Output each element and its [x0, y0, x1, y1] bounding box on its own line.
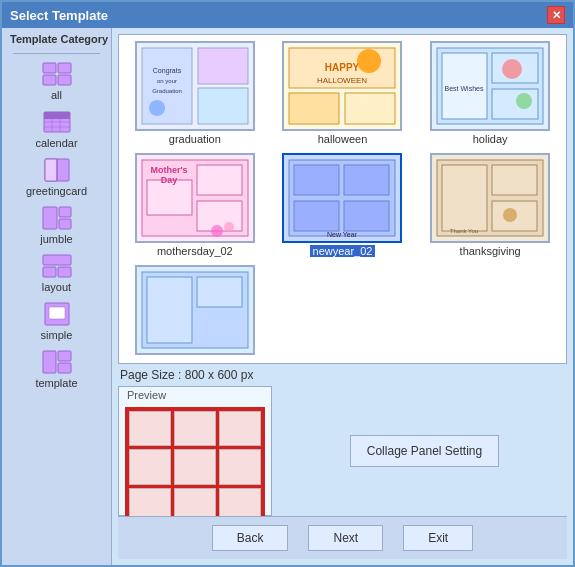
holiday-preview: Best Wishes	[432, 43, 548, 129]
sidebar-item-all[interactable]: all	[2, 57, 111, 105]
svg-rect-65	[442, 165, 487, 231]
template-name-halloween: halloween	[318, 133, 368, 145]
template-item-newyear[interactable]: New Year newyear_02	[271, 151, 415, 259]
svg-point-45	[502, 59, 522, 79]
svg-rect-66	[492, 165, 537, 195]
svg-text:Best Wishes: Best Wishes	[445, 85, 484, 92]
svg-text:HAPPY: HAPPY	[325, 62, 360, 73]
svg-point-55	[224, 222, 234, 232]
template-name-newyear: newyear_02	[310, 245, 376, 257]
preview-photo-slot-1	[129, 411, 171, 446]
template-name-graduation: graduation	[169, 133, 221, 145]
newyear-preview: New Year	[284, 155, 400, 241]
svg-rect-23	[58, 363, 71, 373]
template-item-graduation[interactable]: Congrats on your Graduation graduation	[123, 39, 267, 147]
template-name-holiday: holiday	[473, 133, 508, 145]
template-icon	[41, 349, 73, 375]
template-thumb-partial	[135, 265, 255, 355]
preview-image-area	[125, 407, 265, 516]
template-item-thanksgiving[interactable]: Thank You thanksgiving	[418, 151, 562, 259]
right-section: Collage Panel Setting	[282, 386, 567, 516]
svg-point-54	[211, 225, 223, 237]
all-icon	[41, 61, 73, 87]
preview-photo-grid	[125, 407, 265, 516]
template-thumb-halloween: HAPPY HALLOWEEN	[282, 41, 402, 131]
svg-rect-1	[58, 63, 71, 73]
template-item-halloween[interactable]: HAPPY HALLOWEEN halloween	[271, 39, 415, 147]
next-button[interactable]: Next	[308, 525, 383, 551]
svg-text:Congrats: Congrats	[153, 67, 182, 75]
svg-rect-60	[294, 201, 339, 231]
collage-panel-button[interactable]: Collage Panel Setting	[350, 435, 499, 467]
preview-photo-slot-2	[174, 411, 216, 446]
sidebar-label-jumble: jumble	[40, 233, 72, 245]
svg-rect-22	[58, 351, 71, 361]
page-size-text: Page Size : 800 x 600 px	[120, 368, 253, 382]
template-thumb-holiday: Best Wishes	[430, 41, 550, 131]
template-item-holiday[interactable]: Best Wishes holiday	[418, 39, 562, 147]
svg-text:New Year: New Year	[328, 231, 359, 238]
svg-text:Day: Day	[161, 175, 178, 185]
sidebar-label-simple: simple	[41, 329, 73, 341]
svg-rect-5	[44, 112, 70, 119]
template-thumb-graduation: Congrats on your Graduation	[135, 41, 255, 131]
template-grid-container[interactable]: Congrats on your Graduation graduation	[118, 34, 567, 364]
svg-rect-35	[345, 93, 395, 124]
svg-rect-17	[43, 267, 56, 277]
thanksgiving-preview: Thank You	[432, 155, 548, 241]
main-content: Congrats on your Graduation graduation	[112, 28, 573, 565]
svg-rect-20	[49, 307, 65, 319]
svg-rect-15	[59, 219, 71, 229]
sidebar-item-calendar[interactable]: calendar	[2, 105, 111, 153]
sidebar-item-jumble[interactable]: jumble	[2, 201, 111, 249]
svg-rect-26	[198, 48, 248, 84]
svg-point-69	[503, 208, 517, 222]
window-title: Select Template	[10, 8, 108, 23]
preview-photo-slot-8	[174, 488, 216, 516]
exit-button[interactable]: Exit	[403, 525, 473, 551]
sidebar-title: Template Category	[2, 33, 108, 45]
template-item-mothersday[interactable]: Mother's Day mothersday_02	[123, 151, 267, 259]
svg-point-38	[357, 49, 381, 73]
footer: Back Next Exit	[118, 516, 567, 559]
svg-rect-34	[289, 93, 339, 124]
template-thumb-mothersday: Mother's Day	[135, 153, 255, 243]
svg-rect-72	[147, 277, 192, 343]
mothersday-preview: Mother's Day	[137, 155, 253, 241]
simple-icon	[41, 301, 73, 327]
preview-photo-slot-9	[219, 488, 261, 516]
svg-rect-59	[344, 165, 389, 195]
close-button[interactable]: ✕	[547, 6, 565, 24]
sidebar-item-layout[interactable]: layout	[2, 249, 111, 297]
preview-label: Preview	[127, 389, 166, 401]
sidebar-label-calendar: calendar	[35, 137, 77, 149]
svg-rect-61	[344, 201, 389, 231]
svg-rect-27	[198, 88, 248, 124]
sidebar-divider	[13, 53, 100, 54]
preview-photo-slot-4	[129, 449, 171, 484]
sidebar-item-simple[interactable]: simple	[2, 297, 111, 345]
svg-rect-11	[45, 159, 57, 181]
svg-point-31	[149, 100, 165, 116]
template-item-partial[interactable]: ...	[123, 263, 267, 364]
sidebar-item-greetingcard[interactable]: greetingcard	[2, 153, 111, 201]
template-grid: Congrats on your Graduation graduation	[119, 35, 566, 364]
sidebar-item-template[interactable]: template	[2, 345, 111, 393]
svg-rect-2	[43, 75, 56, 85]
template-thumb-thanksgiving: Thank You	[430, 153, 550, 243]
greetingcard-icon	[41, 157, 73, 183]
select-template-window: Select Template ✕ Template Category all	[0, 0, 575, 567]
svg-rect-0	[43, 63, 56, 73]
bottom-section: Preview	[118, 386, 567, 516]
svg-rect-25	[142, 48, 192, 124]
back-button[interactable]: Back	[212, 525, 289, 551]
svg-rect-14	[59, 207, 71, 217]
svg-rect-13	[43, 207, 57, 229]
halloween-preview: HAPPY HALLOWEEN	[284, 43, 400, 129]
graduation-preview: Congrats on your Graduation	[137, 43, 253, 129]
sidebar-label-all: all	[51, 89, 62, 101]
template-name-partial: ...	[190, 357, 199, 364]
svg-rect-21	[43, 351, 56, 373]
sidebar: Template Category all	[2, 28, 112, 565]
svg-rect-50	[197, 165, 242, 195]
